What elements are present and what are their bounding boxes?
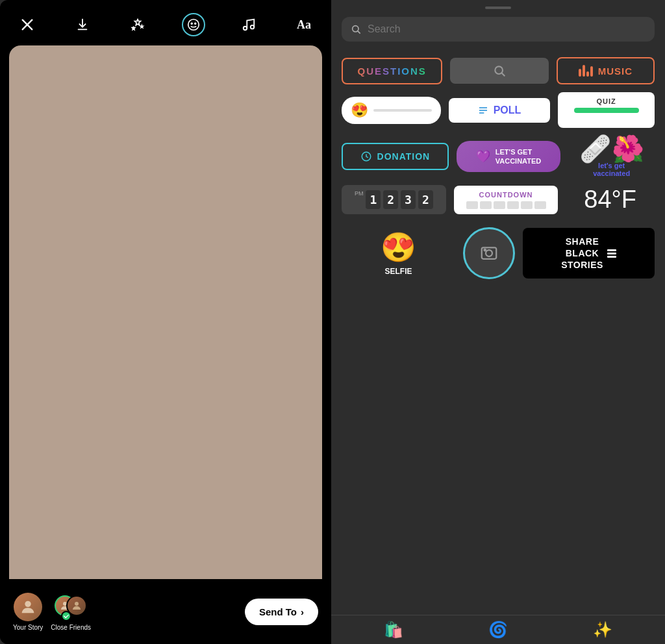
music-label: MUSIC — [598, 66, 633, 77]
share-black-stories-sticker[interactable]: SHAREBLACKSTORIES — [523, 228, 655, 279]
poll-sticker[interactable]: POLL — [449, 98, 551, 123]
vaccinated-sticker[interactable]: 💜 LET'S GETVACCINATED — [457, 141, 561, 173]
music-bars-icon — [579, 65, 593, 77]
svg-point-4 — [194, 23, 195, 24]
selfie-emoji-icon: 😍 — [381, 230, 416, 264]
selfie-sticker[interactable]: 😍 SELFIE — [342, 230, 455, 276]
story-toolbar: Aa — [0, 0, 331, 43]
quiz-progress-bar — [574, 108, 639, 113]
countdown-sticker[interactable]: COUNTDOWN — [454, 186, 558, 214]
search-mini-sticker[interactable] — [450, 58, 548, 84]
clock-digit-1: 1 — [366, 190, 381, 209]
story-editor-panel: Aa Your Story — [0, 0, 331, 644]
close-friends-avatar[interactable]: Close Friends — [51, 593, 91, 631]
emoji-slider-icon: 😍 — [351, 102, 368, 119]
audio-button[interactable] — [237, 13, 260, 36]
close-button[interactable] — [16, 13, 39, 36]
quiz-label: QUIZ — [597, 97, 616, 105]
svg-point-19 — [486, 250, 492, 256]
questions-sticker[interactable]: QUESTIONS — [342, 58, 442, 84]
close-friends-label: Close Friends — [51, 624, 91, 631]
face-filter-button[interactable] — [182, 13, 205, 36]
svg-point-10 — [353, 26, 358, 32]
vaccine-art-sticker[interactable]: 🩹🌺 let's getvaccinated — [568, 136, 655, 177]
svg-line-13 — [501, 73, 505, 76]
donation-sticker[interactable]: DONATION — [342, 143, 449, 170]
svg-point-2 — [188, 19, 199, 31]
download-button[interactable] — [71, 13, 94, 36]
search-icon — [351, 24, 361, 34]
poll-label: POLL — [494, 105, 521, 116]
clock-pm-label: PM — [355, 190, 364, 197]
heart-icon: 💜 — [476, 149, 490, 164]
questions-label: QUESTIONS — [357, 66, 426, 77]
svg-point-6 — [251, 25, 255, 29]
countdown-label: COUNTDOWN — [479, 191, 533, 199]
your-story-avatar[interactable]: Your Story — [13, 593, 43, 631]
sticker-grid: QUESTIONS MUSIC — [331, 52, 665, 615]
story-bottom-bar: Your Story — [0, 579, 331, 644]
clock-digit-2: 2 — [383, 190, 398, 209]
sticker-picker-panel: QUESTIONS MUSIC — [331, 0, 665, 644]
vaccinated-label: LET'S GETVACCINATED — [496, 147, 541, 166]
countdown-blocks — [466, 201, 546, 209]
clock-sticker[interactable]: PM 1 2 3 2 — [342, 185, 446, 214]
quiz-sticker[interactable]: QUIZ — [558, 92, 655, 128]
photo-sticker[interactable] — [463, 227, 515, 279]
temperature-sticker[interactable]: 84°F — [566, 186, 655, 214]
svg-point-7 — [25, 601, 31, 606]
drag-handle[interactable] — [331, 0, 665, 13]
temperature-label: 84°F — [584, 186, 636, 214]
share-black-stories-label: SHAREBLACKSTORIES — [561, 236, 603, 271]
clock-digit-3: 3 — [401, 190, 416, 209]
selfie-label: SELFIE — [384, 267, 412, 276]
svg-point-9 — [75, 602, 79, 606]
donation-label: DONATION — [377, 151, 431, 162]
sticker-row-2: 😍 POLL QUIZ — [342, 92, 655, 128]
send-to-button[interactable]: Send To › — [245, 599, 318, 625]
vaccine-art-text: let's getvaccinated — [593, 162, 630, 177]
sticker-row-bottom: 😍 SELFIE SHAREBLACKSTORIES — [342, 222, 655, 279]
poll-icon — [478, 105, 488, 116]
svg-point-20 — [484, 249, 486, 251]
story-canvas — [9, 45, 322, 635]
your-story-label: Your Story — [13, 624, 43, 631]
music-sticker[interactable]: MUSIC — [557, 57, 655, 84]
sparkle-icon[interactable]: ✨ — [593, 621, 612, 639]
effects-button[interactable] — [126, 13, 149, 36]
emoji-slider-sticker[interactable]: 😍 — [342, 97, 441, 124]
donation-icon — [360, 151, 372, 162]
clock-digit-4: 2 — [418, 190, 433, 209]
share-lines-icon — [607, 249, 616, 258]
text-button[interactable]: Aa — [292, 13, 316, 36]
svg-line-11 — [358, 31, 360, 34]
swirl-icon[interactable]: 🌀 — [488, 621, 508, 639]
svg-point-3 — [191, 23, 192, 24]
photo-icon — [479, 243, 499, 263]
svg-point-12 — [495, 66, 503, 74]
app-container: Aa Your Story — [0, 0, 665, 644]
search-input[interactable] — [368, 23, 646, 35]
search-bar[interactable] — [342, 17, 655, 42]
bag-icon[interactable]: 🛍️ — [384, 621, 403, 639]
sticker-row-1: QUESTIONS MUSIC — [342, 57, 655, 84]
sticker-row-4: PM 1 2 3 2 COUNTDOWN — [342, 185, 655, 214]
sticker-row-3: DONATION 💜 LET'S GETVACCINATED 🩹🌺 let's … — [342, 136, 655, 177]
bottom-icon-row: 🛍️ 🌀 ✨ — [331, 615, 665, 644]
slider-track — [373, 109, 432, 112]
svg-point-5 — [244, 27, 247, 31]
vaccine-bandage-emoji: 🩹🌺 — [579, 136, 644, 162]
